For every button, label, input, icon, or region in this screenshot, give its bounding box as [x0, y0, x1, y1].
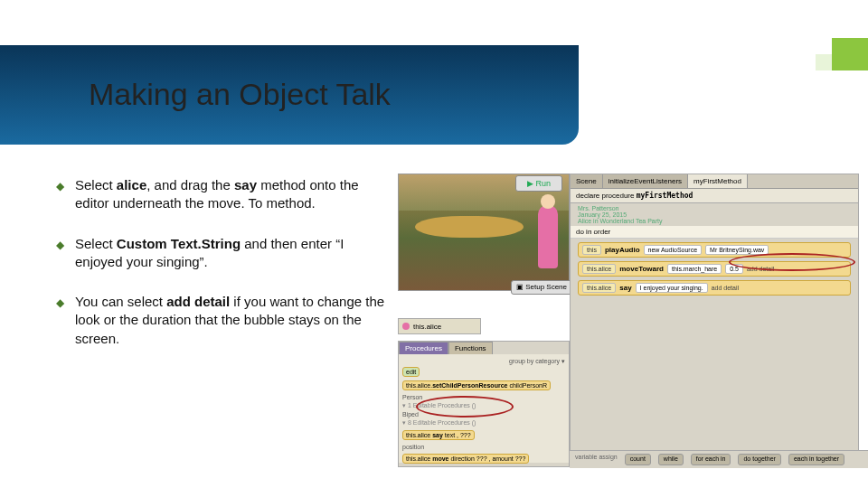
tab-myfirstmethod[interactable]: myFirstMethod [688, 174, 748, 188]
bullet-3: ◆ You can select add detail if you want … [56, 293, 386, 348]
procedure-header: declare procedure myFirstMethod [571, 189, 858, 203]
bullet-icon: ◆ [56, 179, 64, 213]
proc-say[interactable]: this.alice say text , ??? [402, 430, 475, 440]
edit-pill[interactable]: edit [402, 367, 420, 377]
code-row-playaudio[interactable]: this playAudio new AudioSource Mr Britne… [578, 242, 851, 258]
bullet-2: ◆ Select Custom Text.String and then ent… [56, 235, 386, 272]
do-in-order: do in order [571, 226, 858, 239]
alice-icon [402, 323, 410, 330]
control-pills-bar: variable assign count while for each in … [570, 450, 868, 468]
procedures-panel: Procedures Functions group by category ▾… [398, 341, 570, 467]
bullet-icon: ◆ [56, 296, 64, 348]
bullet-list: ◆ Select alice, and drag the say method … [56, 176, 386, 370]
proc-move[interactable]: this.alice move direction ??? , amount ?… [402, 454, 529, 464]
ctrl-dotogether[interactable]: do together [738, 454, 780, 465]
header-info: Mrs. Patterson January 25, 2015 Alice in… [571, 203, 858, 226]
ctrl-foreach[interactable]: for each in [691, 454, 731, 465]
screenshot-area: ▶ Run ▣ Setup Scene Scene initializeEven… [398, 174, 868, 472]
object-selector[interactable]: this.alice [398, 318, 481, 334]
run-button[interactable]: ▶ Run [515, 175, 562, 192]
tab-scene[interactable]: Scene [571, 174, 603, 188]
ctrl-while[interactable]: while [658, 454, 684, 465]
bullet-1: ◆ Select alice, and drag the say method … [56, 176, 386, 213]
tab-procedures[interactable]: Procedures [399, 342, 448, 354]
bullet-icon: ◆ [56, 238, 64, 272]
group-by[interactable]: group by category ▾ [402, 358, 565, 365]
ctrl-count[interactable]: count [625, 454, 651, 465]
accent-square [832, 38, 868, 70]
proc-setresource[interactable]: this.alice.setChildPersonResource childP… [402, 380, 551, 390]
code-row-say[interactable]: this.alice say I enjoyed your singing. a… [578, 280, 851, 296]
code-editor: Scene initializeEventListeners myFirstMe… [570, 174, 859, 463]
alice-figure [538, 205, 558, 268]
slide-title: Making an Object Talk [89, 77, 391, 112]
setup-scene-button[interactable]: ▣ Setup Scene [511, 280, 572, 295]
ctrl-eachtogether[interactable]: each in together [788, 454, 844, 465]
tab-functions[interactable]: Functions [448, 342, 493, 354]
tab-listeners[interactable]: initializeEventListeners [603, 174, 688, 188]
code-row-movetoward[interactable]: this.alice moveToward this.march_hare 0.… [578, 261, 851, 277]
accent-square-small [816, 54, 832, 70]
controls-left: variable assign [575, 454, 618, 465]
